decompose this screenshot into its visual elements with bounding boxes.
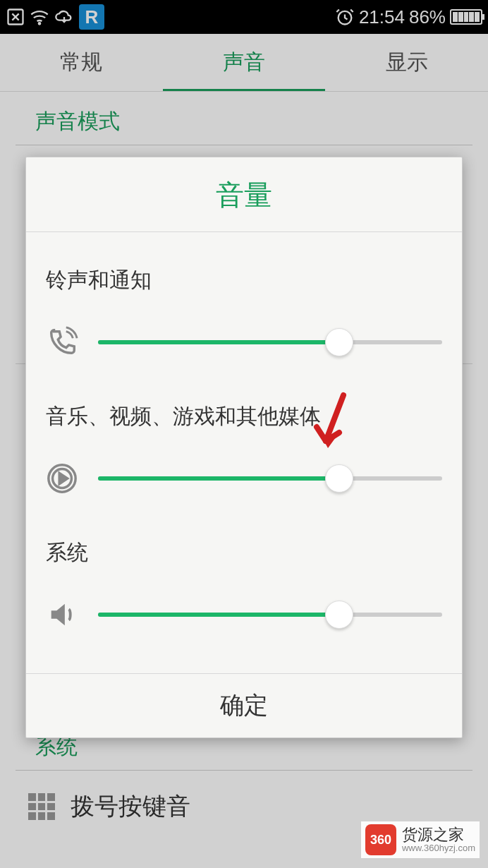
speaker-icon	[46, 598, 78, 631]
volume-group-media: 音乐、视频、游戏和其他媒体	[46, 402, 442, 495]
volume-dialog: 音量 铃声和通知 音乐、视频、游戏和其他媒体	[25, 157, 463, 738]
confirm-button[interactable]: 确定	[26, 673, 462, 737]
slider-ring-fill	[98, 340, 339, 344]
slider-ring[interactable]	[98, 328, 442, 356]
slider-media[interactable]	[98, 464, 442, 493]
volume-group-ring: 铃声和通知	[46, 266, 442, 358]
watermark: 360 货源之家 www.360hyzj.com	[361, 821, 480, 858]
dialog-title: 音量	[26, 157, 462, 232]
volume-group-system: 系统	[46, 538, 442, 631]
slider-media-fill	[98, 476, 339, 481]
slider-ring-thumb[interactable]	[325, 328, 353, 356]
slider-system[interactable]	[98, 601, 442, 629]
slider-system-thumb[interactable]	[325, 601, 353, 629]
slider-media-thumb[interactable]	[325, 464, 353, 493]
phone-ring-icon	[46, 326, 78, 358]
volume-label-ring: 铃声和通知	[46, 266, 442, 295]
volume-label-system: 系统	[46, 538, 442, 567]
slider-system-fill	[98, 613, 339, 617]
watermark-text: 货源之家 www.360hyzj.com	[402, 826, 475, 853]
volume-label-media: 音乐、视频、游戏和其他媒体	[46, 402, 442, 431]
watermark-badge: 360	[365, 824, 396, 855]
dialog-body: 铃声和通知 音乐、视频、游戏和其他媒体	[26, 232, 462, 673]
play-media-icon	[46, 462, 78, 495]
